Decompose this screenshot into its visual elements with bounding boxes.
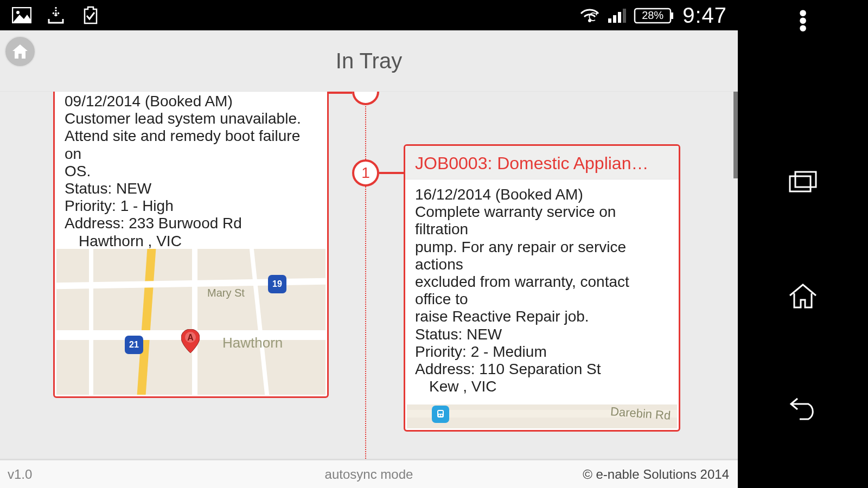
map-pin-icon: A (181, 329, 200, 353)
clipboard-check-icon (80, 6, 100, 24)
job-status: Status: NEW (65, 180, 317, 197)
timeline-scroll-area[interactable]: 1 09/12/2014 (Booked AM) Customer lead s… (0, 92, 738, 459)
timeline-connector (379, 172, 404, 174)
sync-mode-label: autosync mode (325, 467, 413, 482)
scrollbar-thumb[interactable] (733, 92, 738, 178)
recent-apps-button[interactable] (770, 157, 835, 206)
job-status: Status: NEW (415, 326, 669, 343)
job-address-city: Hawthorn , VIC (65, 233, 317, 250)
app-header: In Tray (0, 30, 738, 92)
job-desc: Complete warranty service on filtration (415, 203, 669, 238)
overflow-menu-icon[interactable]: ••• (799, 10, 807, 33)
job-card-body: 16/12/2014 (Booked AM) Complete warranty… (405, 179, 679, 400)
page-title: In Tray (0, 49, 738, 73)
android-status-bar: 28% 9:47 (0, 0, 738, 30)
job-address-city: Kew , VIC (415, 378, 669, 395)
gallery-icon (12, 6, 31, 24)
job-priority: Priority: 1 - High (65, 197, 317, 215)
job-card[interactable]: JOB0003: Domestic Applian… 16/12/2014 (B… (404, 144, 680, 432)
app-version: v1.0 (0, 467, 32, 482)
job-desc: Customer lead system unavailable. (65, 110, 317, 127)
map-suburb-label: Hawthorn (222, 335, 283, 351)
job-map[interactable]: Darebin Rd (407, 404, 677, 428)
job-desc: OS. (65, 163, 317, 180)
battery-pct: 28% (634, 9, 672, 22)
job-card-body: 09/12/2014 (Booked AM) Customer lead sys… (55, 92, 327, 254)
download-icon (47, 6, 65, 24)
map-route-shield: 19 (268, 275, 286, 293)
timeline-axis (365, 92, 366, 459)
timeline-node-label: 1 (361, 164, 370, 182)
app-viewport: In Tray 1 09/12/2014 (Booked AM) Custome… (0, 30, 738, 488)
copyright: © e-nable Solutions 2014 (583, 467, 738, 482)
job-date: 16/12/2014 (Booked AM) (415, 186, 669, 203)
status-clock: 9:47 (682, 3, 727, 28)
job-priority: Priority: 2 - Medium (415, 343, 669, 361)
android-nav-bar: ••• (738, 0, 868, 488)
job-card[interactable]: 09/12/2014 (Booked AM) Customer lead sys… (53, 92, 329, 398)
timeline-node (352, 92, 379, 105)
timeline-connector (329, 92, 352, 94)
battery-icon: 28% (634, 5, 675, 25)
job-address: Address: 233 Burwood Rd (65, 215, 317, 232)
svg-rect-6 (795, 172, 816, 187)
home-button[interactable] (770, 271, 835, 320)
map-station-icon (432, 406, 449, 423)
job-address: Address: 110 Separation St (415, 361, 669, 378)
svg-rect-5 (790, 176, 810, 191)
wifi-sync-icon (579, 6, 601, 24)
job-desc: Attend site and remedy boot failure on (65, 127, 317, 162)
job-date: 09/12/2014 (Booked AM) (65, 93, 317, 110)
svg-point-12 (441, 415, 443, 416)
map-route-shield: 21 (125, 336, 143, 354)
job-card-title: JOB0003: Domestic Applian… (405, 146, 679, 179)
svg-text:A: A (187, 333, 194, 342)
cell-signal-icon (608, 8, 626, 23)
svg-point-1 (16, 11, 20, 14)
svg-point-11 (439, 415, 441, 416)
timeline-node: 1 (352, 159, 379, 187)
job-map[interactable]: Mary St Hawthorn 19 21 A (56, 249, 326, 395)
back-button[interactable] (770, 385, 835, 434)
map-street-label: Darebin Rd (610, 404, 671, 423)
job-desc: pump. For any repair or service actions (415, 239, 669, 273)
app-footer: v1.0 autosync mode © e-nable Solutions 2… (0, 459, 738, 488)
svg-rect-10 (438, 411, 443, 414)
job-desc: excluded from warranty, contact office t… (415, 273, 669, 308)
map-street-label: Mary St (207, 287, 245, 299)
app-home-button[interactable] (4, 36, 36, 67)
job-desc: raise Reactive Repair job. (415, 308, 669, 325)
